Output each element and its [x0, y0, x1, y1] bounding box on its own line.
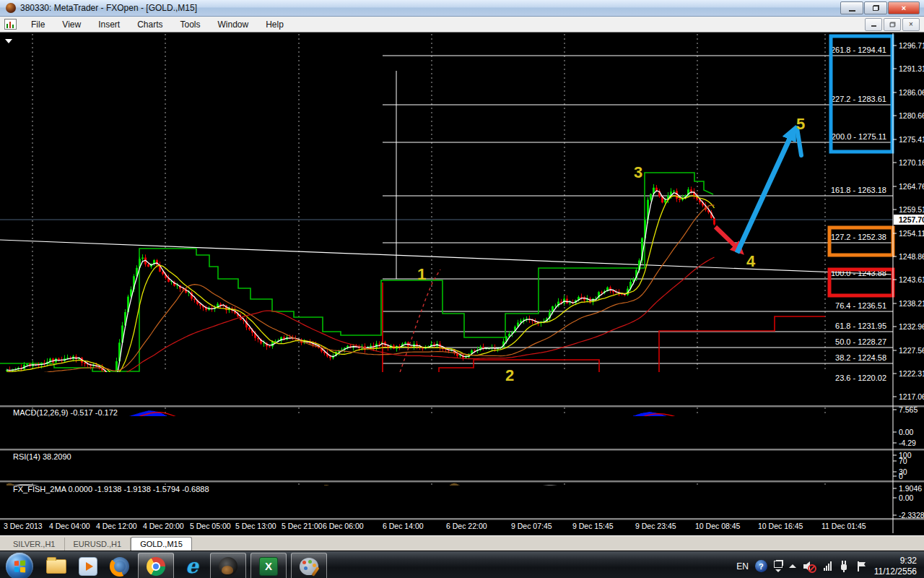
- titlebar[interactable]: 380330: MetaTrader - FXOpen - [GOLD.,M15…: [0, 0, 924, 17]
- scale-tick: 1264.76: [899, 182, 924, 191]
- macd-pane: [0, 407, 893, 448]
- scale-tick: 1291.31: [899, 64, 924, 73]
- time-axis-label: 4 Dec 12:00: [96, 522, 137, 530]
- time-axis-label: 10 Dec 16:45: [758, 522, 803, 530]
- menu-help[interactable]: Help: [257, 17, 292, 32]
- scale-tick: 0.00: [899, 428, 914, 436]
- wave-number: 4: [746, 252, 756, 270]
- time-axis-label: 5 Dec 13:00: [235, 522, 276, 530]
- clock[interactable]: 9:32 11/12/2556: [874, 556, 917, 577]
- macd-label: MACD(12,26,9) -0.517 -0.172: [13, 408, 118, 417]
- main-pane: [0, 34, 893, 404]
- fish-label: FX_FISH_2MA 0.0000 -1.9138 -1.9138 -1.57…: [13, 485, 209, 493]
- chart-canvas: 261.8 - 1294.41227.2 - 1283.61200.0 - 12…: [0, 33, 924, 533]
- tray-overflow-icon[interactable]: [774, 561, 783, 572]
- scale-tick: 1280.66: [899, 111, 924, 120]
- fib-label: 200.0 - 1275.11: [832, 132, 886, 141]
- scale-tick: 1248.86: [899, 252, 924, 261]
- scale-tick: 1270.16: [899, 158, 924, 167]
- symbol-marker: [5, 39, 12, 43]
- wave-number: 1: [417, 265, 426, 283]
- language-indicator[interactable]: EN: [736, 561, 749, 571]
- price-chart[interactable]: 261.8 - 1294.41227.2 - 1283.61200.0 - 12…: [0, 33, 924, 535]
- tray-time: 9:32: [900, 556, 917, 566]
- time-axis-label: 3 Dec 2013: [4, 522, 43, 530]
- wave-number: 3: [634, 163, 642, 181]
- scale-tick: 1.9046: [899, 484, 922, 493]
- squirrel-app-icon[interactable]: [210, 553, 246, 578]
- menu-insert[interactable]: Insert: [90, 17, 128, 32]
- explorer-icon[interactable]: [44, 554, 69, 578]
- chrome-icon[interactable]: [138, 553, 174, 578]
- volume-muted-icon[interactable]: [803, 560, 817, 573]
- tab-silver-h1[interactable]: SILVER.,H1: [4, 538, 65, 551]
- child-minimize-button[interactable]: [865, 18, 882, 31]
- rsi-pane: [0, 452, 893, 480]
- network-signal-icon[interactable]: [824, 561, 832, 571]
- media-player-icon[interactable]: [76, 554, 100, 578]
- paint-icon[interactable]: [291, 553, 327, 578]
- scale-tick: 1232.96: [899, 322, 924, 331]
- fib-label: 50.0 - 1228.27: [835, 337, 886, 346]
- menu-window[interactable]: Window: [209, 17, 258, 32]
- scale-tick: 0: [899, 472, 903, 480]
- scale-tick: -4.29: [899, 439, 916, 447]
- fib-label: 76.4 - 1236.51: [835, 301, 886, 310]
- action-center-flag-icon[interactable]: [856, 560, 868, 573]
- time-axis-label: 6 Dec 06:00: [323, 522, 364, 530]
- time-axis-label: 6 Dec 22:00: [446, 522, 487, 530]
- show-hidden-icons-arrow[interactable]: [789, 564, 796, 568]
- restore-button[interactable]: [864, 1, 887, 14]
- app-icon: [6, 3, 16, 13]
- scale-tick: 1286.06: [899, 88, 924, 97]
- scale-tick: 1243.61: [899, 275, 924, 284]
- menu-view[interactable]: View: [53, 17, 90, 32]
- window-title: 380330: MetaTrader - FXOpen - [GOLD.,M15…: [20, 3, 840, 13]
- time-axis-label: 6 Dec 14:00: [383, 522, 424, 530]
- symbol-tabbar: SILVER.,H1 EURUSD.,H1 GOLD.,M15: [0, 535, 924, 551]
- help-icon[interactable]: ?: [755, 560, 767, 572]
- fib-label: 161.8 - 1263.18: [831, 186, 886, 194]
- scale-tick: 1217.06: [899, 392, 924, 401]
- minimize-button[interactable]: [840, 1, 863, 14]
- scale-tick: 1227.56: [899, 346, 924, 355]
- down-arrow: [715, 227, 739, 250]
- scale-tick: -2.3328: [899, 511, 924, 519]
- menu-tools[interactable]: Tools: [172, 17, 209, 32]
- firefox-icon[interactable]: [108, 554, 132, 578]
- internet-explorer-icon[interactable]: e: [180, 554, 204, 578]
- fib-label: 23.6 - 1220.02: [835, 374, 886, 382]
- menu-charts[interactable]: Charts: [128, 17, 171, 32]
- taskbar: e X EN ? 9:32 11/12/2556: [0, 551, 924, 578]
- wave-number: 2: [505, 366, 514, 384]
- wave-number: 5: [796, 115, 805, 133]
- fib-label: 38.2 - 1224.58: [835, 353, 886, 362]
- power-plug-icon[interactable]: [838, 560, 850, 573]
- scale-tick: 1254.11: [899, 229, 924, 238]
- fib-label: 261.8 - 1294.41: [831, 46, 886, 54]
- fib-label: 127.2 - 1252.38: [831, 233, 886, 241]
- menu-file[interactable]: File: [22, 17, 53, 32]
- scale-tick: 1275.41: [899, 135, 924, 144]
- tab-eurusd-h1[interactable]: EURUSD.,H1: [65, 538, 131, 551]
- time-axis-label: 4 Dec 20:00: [143, 522, 184, 530]
- scale-tick: 7.565: [899, 405, 918, 414]
- time-axis-label: 4 Dec 04:00: [49, 522, 90, 530]
- tray-date: 11/12/2556: [874, 566, 917, 577]
- child-restore-icon: [889, 22, 895, 27]
- time-axis-label: 5 Dec 21:00: [282, 522, 323, 530]
- scale-tick: 1238.21: [899, 299, 924, 308]
- excel-icon[interactable]: X: [250, 553, 287, 578]
- chart-area[interactable]: 261.8 - 1294.41227.2 - 1283.61200.0 - 12…: [0, 33, 924, 535]
- up-arrow: [737, 132, 793, 253]
- child-close-button[interactable]: ×: [902, 18, 920, 31]
- time-axis-label: 9 Dec 07:45: [511, 522, 552, 530]
- start-button[interactable]: [6, 553, 33, 578]
- child-restore-button[interactable]: [884, 18, 901, 31]
- minimize-icon: [849, 10, 855, 12]
- tab-gold-m15[interactable]: GOLD.,M15: [131, 537, 192, 551]
- time-axis-label: 9 Dec 15:45: [572, 522, 614, 530]
- system-tray: EN ? 9:32 11/12/2556: [736, 556, 924, 577]
- rsi-label: RSI(14) 38.2090: [13, 452, 71, 461]
- close-button[interactable]: ×: [888, 1, 920, 14]
